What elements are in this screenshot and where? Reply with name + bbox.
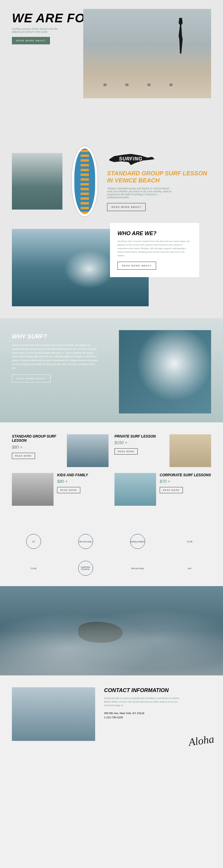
why-title: WHY SURF? <box>12 333 98 340</box>
lesson-card: STANDARD GROUP SURF LESSON $80 + READ MO… <box>12 434 109 467</box>
lesson-card-title: CORPORATE SURF LESSONS <box>160 473 211 477</box>
why-image <box>119 330 211 413</box>
lesson-card-button[interactable]: READ MORE <box>12 453 35 459</box>
contact-title: CONTACT INFORMATION <box>104 687 211 693</box>
partner-logo: first surf shop <box>75 532 96 550</box>
partner-logo: CLUB <box>179 532 200 550</box>
hero-subtitle: Surfing Lessons Perth, proud to be the o… <box>12 27 65 33</box>
contact-phone: 1 212-736-3100 <box>104 716 211 720</box>
lesson-card-button[interactable]: READ MORE <box>114 448 138 455</box>
partner-logo: SURFING SCHOOL <box>75 559 96 577</box>
surfer-icon <box>174 18 187 54</box>
lessons-grid: STANDARD GROUP SURF LESSON $80 + READ MO… <box>0 423 223 524</box>
who-button[interactable]: READ MORE ABOUT <box>117 262 156 270</box>
partners-section: VS first surf shop surfing creation CLUB… <box>0 524 223 586</box>
lesson-title: STANDARD GROUP SURF LESSON IN VENICE BEA… <box>107 170 211 184</box>
who-desc: SouthCal Surf Lessons started from the i… <box>117 240 192 257</box>
why-button[interactable]: READ MORE ABOUT <box>12 374 50 382</box>
surfboard-icon <box>71 146 98 217</box>
lesson-price: $80 + <box>57 479 109 484</box>
dolphin-logo: SURFING <box>107 152 160 170</box>
lesson-card: PRIVATE SURF LESSON $150 + READ MORE <box>114 434 211 467</box>
hero-button[interactable]: READ MORE ABOUT <box>12 37 50 44</box>
who-section: WHO ARE WE? SouthCal Surf Lessons starte… <box>0 229 223 318</box>
lesson-card: CORPORATE SURF LESSONS $70 + READ MORE <box>114 473 211 506</box>
lesson-card-image <box>12 473 53 506</box>
standard-lesson-section: SURFING STANDARD GROUP SURF LESSON IN VE… <box>0 134 223 229</box>
lesson-card-button[interactable]: READ MORE <box>160 487 183 493</box>
lesson-card: KIDS AND FAMILY $80 + READ MORE <box>12 473 109 506</box>
contact-section: CONTACT INFORMATION Would you like to re… <box>0 675 223 753</box>
partner-logo: CLUB <box>23 559 44 577</box>
contact-address: 350 5th Ave, New York, NY 10118 <box>104 711 211 716</box>
lesson-price: $150 + <box>114 440 166 445</box>
lesson-button[interactable]: READ MORE ABOUT <box>107 203 146 211</box>
lesson-card-title: STANDARD GROUP SURF LESSON <box>12 434 63 443</box>
lesson-desc: Taking a standard group surf lesson in V… <box>107 187 173 199</box>
lesson-card-image <box>114 473 156 506</box>
lesson-card-image <box>170 434 211 467</box>
lesson-price: $70 + <box>160 479 211 484</box>
why-section: WHY SURF? Plenty of surfers start their … <box>0 318 223 423</box>
partner-logo: first surf shop <box>127 559 148 577</box>
aloha-text: Aloha <box>188 733 215 749</box>
lesson-card-button[interactable]: READ MORE <box>57 487 80 493</box>
lesson-card-title: KIDS AND FAMILY <box>57 473 109 477</box>
lesson-price: $80 + <box>12 445 63 450</box>
who-card: WHO ARE WE? SouthCal Surf Lessons starte… <box>110 223 199 277</box>
partner-logo: surfing creation <box>127 532 148 550</box>
why-desc: Plenty of surfers start their morning in… <box>12 343 98 370</box>
ocean-image <box>0 586 223 675</box>
lesson-image <box>12 153 63 210</box>
partner-logo: VS <box>23 532 44 550</box>
lesson-card-image <box>67 434 109 467</box>
lesson-card-title: PRIVATE SURF LESSON <box>114 434 166 438</box>
partner-logo: surf <box>179 559 200 577</box>
contact-image <box>12 687 95 741</box>
hero-image <box>83 9 211 98</box>
who-title: WHO ARE WE? <box>117 230 192 237</box>
contact-desc: Would you like to reach us quickly and s… <box>104 696 181 707</box>
hero-section: WE ARE FOURTHE Surfing Lessons Perth, pr… <box>0 0 223 134</box>
